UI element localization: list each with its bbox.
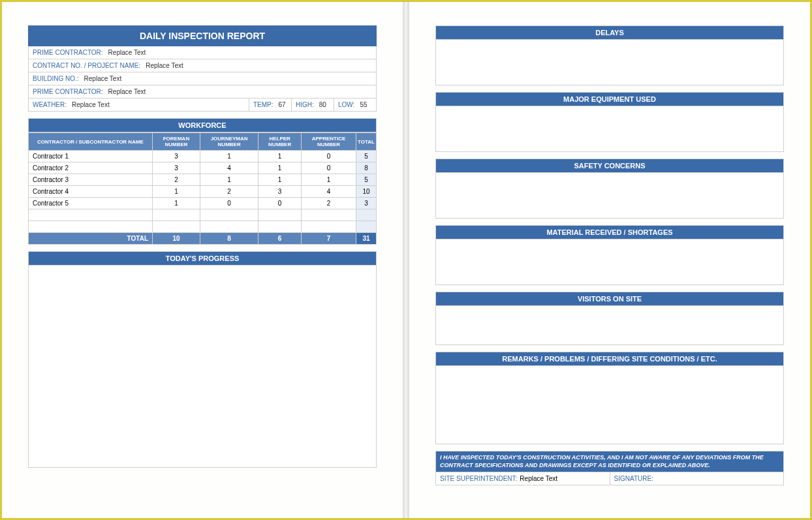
label: CONTRACT NO. / PROJECT NAME: xyxy=(29,59,144,72)
col-apprentice: APPRENTICE NUMBER xyxy=(301,133,356,151)
table-row[interactable]: Contractor 321115 xyxy=(29,174,377,186)
remarks-header: REMARKS / PROBLEMS / DIFFERING SITE COND… xyxy=(435,352,784,366)
value: Replace Text xyxy=(144,59,185,72)
label: PRIME CONTRACTOR: xyxy=(29,46,107,59)
table-row-empty[interactable] xyxy=(29,221,377,233)
col-helper: HELPER NUMBER xyxy=(258,133,302,151)
label: SITE SUPERINTENDENT: xyxy=(440,475,517,482)
label: PRIME CONTRACTOR: xyxy=(29,85,107,98)
col-foreman: FOREMAN NUMBER xyxy=(153,133,200,151)
value: 80 xyxy=(318,99,328,111)
equipment-textarea[interactable] xyxy=(435,106,784,152)
value: Replace Text xyxy=(107,46,148,59)
workforce-header: WORKFORCE xyxy=(28,118,377,132)
value: Replace Text xyxy=(70,99,111,111)
label: WEATHER: xyxy=(29,99,70,111)
page-right: DELAYS MAJOR EQUIPMENT USED SAFETY CONCE… xyxy=(409,2,810,518)
table-row[interactable]: Contractor 4123410 xyxy=(29,186,377,198)
table-row-total: TOTAL1086731 xyxy=(29,233,377,245)
value: 67 xyxy=(277,99,287,111)
col-journeyman: JOURNEYMAN NUMBER xyxy=(200,133,258,151)
workforce-table: CONTRACTOR / SUBCONTRACTOR NAME FOREMAN … xyxy=(28,132,377,245)
label: BUILDING NO.: xyxy=(29,72,83,85)
table-row[interactable]: Contractor 131105 xyxy=(29,151,377,162)
label: TEMP: xyxy=(249,99,277,111)
material-textarea[interactable] xyxy=(435,239,784,285)
value: Replace Text xyxy=(83,72,123,85)
page-divider xyxy=(403,2,409,518)
field-prime-contractor-1[interactable]: PRIME CONTRACTOR: Replace Text xyxy=(28,46,377,59)
table-row[interactable]: Contractor 234108 xyxy=(29,162,377,174)
field-contract-no[interactable]: CONTRACT NO. / PROJECT NAME: Replace Tex… xyxy=(28,59,377,72)
page-left: DAILY INSPECTION REPORT PRIME CONTRACTOR… xyxy=(2,2,403,518)
progress-textarea[interactable] xyxy=(28,266,377,468)
inspection-statement: I HAVE INSPECTED TODAY'S CONSTRUCTION AC… xyxy=(435,451,784,472)
material-header: MATERIAL RECEIVED / SHORTAGES xyxy=(435,225,784,239)
equipment-header: MAJOR EQUIPMENT USED xyxy=(435,92,784,106)
col-name: CONTRACTOR / SUBCONTRACTOR NAME xyxy=(29,133,153,151)
table-row[interactable]: Contractor 510023 xyxy=(29,198,377,209)
remarks-textarea[interactable] xyxy=(435,366,784,444)
table-row-empty[interactable] xyxy=(29,209,377,221)
field-weather-row[interactable]: WEATHER: Replace Text TEMP: 67 HIGH: 80 … xyxy=(28,99,377,112)
safety-textarea[interactable] xyxy=(435,173,784,219)
safety-header: SAFETY CONCERNS xyxy=(435,159,784,173)
label: SIGNATURE: xyxy=(614,475,653,482)
value: Replace Text xyxy=(107,85,148,98)
signature-field[interactable]: SIGNATURE: xyxy=(610,472,785,485)
delays-textarea[interactable] xyxy=(435,40,784,85)
visitors-textarea[interactable] xyxy=(435,306,784,345)
site-superintendent[interactable]: SITE SUPERINTENDENT: Replace Text xyxy=(435,472,610,485)
label: LOW: xyxy=(334,99,358,111)
progress-header: TODAY'S PROGRESS xyxy=(28,251,377,266)
col-total: TOTAL xyxy=(356,133,377,151)
delays-header: DELAYS xyxy=(435,25,784,40)
report-title: DAILY INSPECTION REPORT xyxy=(28,25,377,46)
value: Replace Text xyxy=(520,475,557,482)
signature-row: SITE SUPERINTENDENT: Replace Text SIGNAT… xyxy=(435,472,784,485)
visitors-header: VISITORS ON SITE xyxy=(435,292,784,306)
field-building-no[interactable]: BUILDING NO.: Replace Text xyxy=(28,72,377,85)
value: 55 xyxy=(358,99,368,111)
field-prime-contractor-2[interactable]: PRIME CONTRACTOR: Replace Text xyxy=(28,85,377,99)
label: HIGH: xyxy=(292,99,318,111)
